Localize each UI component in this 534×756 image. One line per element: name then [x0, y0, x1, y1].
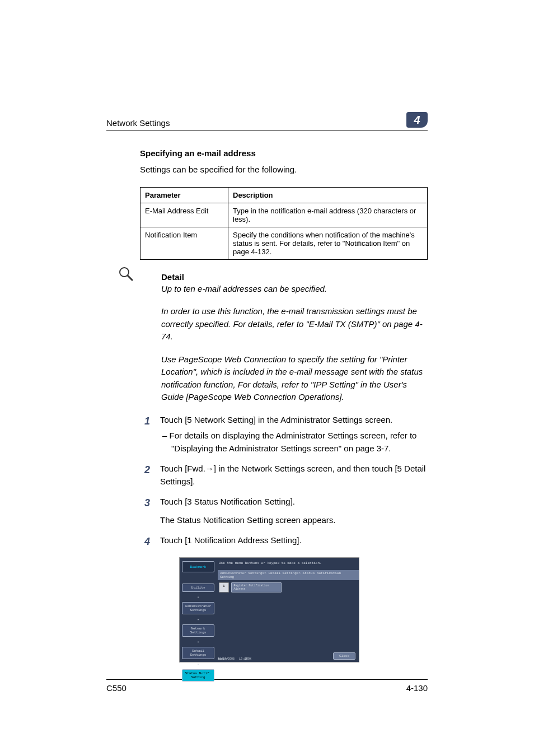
table-row: E-Mail Address Edit Type in the notifica… — [140, 203, 428, 227]
cell-param: Notification Item — [140, 227, 228, 259]
step-number: 3 — [140, 496, 150, 526]
step-1: 1 Touch [5 Network Setting] in the Admin… — [140, 414, 428, 455]
chapter-number-badge: 4 — [406, 112, 428, 128]
cell-param: E-Mail Address Edit — [140, 203, 228, 227]
step-2: 2 Touch [Fwd.→] in the Network Settings … — [140, 463, 428, 488]
step-4: 4 Touch [1 Notification Address Setting]… — [140, 534, 428, 549]
status-memory-value: 100% — [245, 657, 251, 661]
sidebar-status-notif[interactable]: Status Notif. Setting — [182, 669, 214, 682]
detail-heading: Detail — [140, 272, 428, 282]
parameter-table: Parameter Description E-Mail Address Edi… — [140, 187, 428, 260]
step-text: Touch [3 Status Notification Setting]. — [160, 496, 428, 508]
table-head-parameter: Parameter — [140, 187, 228, 203]
option-number[interactable]: 1 — [219, 582, 229, 592]
device-screenshot: Use the menu buttons or keypad to make a… — [179, 557, 359, 662]
step-text: Touch [5 Network Setting] in the Adminis… — [160, 414, 428, 427]
detail-paragraph: In order to use this function, the e-mai… — [140, 305, 428, 343]
footer-model: C550 — [106, 683, 127, 693]
sidebar-detail-settings[interactable]: Detail Settings — [182, 647, 214, 659]
screenshot-hint: Use the menu buttons or keypad to make a… — [219, 561, 322, 565]
chevron-down-icon: ▾ — [182, 640, 214, 643]
svg-line-1 — [128, 276, 132, 280]
step-number: 4 — [140, 534, 150, 549]
bookmark-tab[interactable]: Bookmark — [182, 561, 214, 572]
step-text: Touch [Fwd.→] in the Network Settings sc… — [160, 463, 428, 488]
footer-page-number: 4-130 — [406, 683, 428, 693]
cell-desc: Type in the notification e-mail address … — [228, 203, 428, 227]
detail-paragraph: Up to ten e-mail addresses can be specif… — [140, 283, 428, 296]
section-label: Network Settings — [106, 118, 170, 128]
magnifier-icon — [118, 265, 134, 286]
sidebar-network-settings[interactable]: Network Settings — [182, 624, 214, 637]
table-row: Notification Item Specify the conditions… — [140, 227, 428, 259]
detail-paragraph: Use PageScope Web Connection to specify … — [140, 353, 428, 404]
close-button[interactable]: Close — [333, 652, 355, 660]
screenshot-sidebar: Bookmark Utility ▾ Administrator Setting… — [182, 561, 214, 682]
sidebar-admin-settings[interactable]: Administrator Settings — [182, 602, 214, 614]
table-head-description: Description — [228, 187, 428, 203]
screenshot-option-row: 1 Register Notification Address — [219, 582, 282, 592]
status-memory-label: Memory — [218, 657, 228, 661]
page-header: Network Settings 4 — [106, 112, 428, 130]
step-number: 2 — [140, 463, 150, 488]
chevron-down-icon: ▾ — [182, 618, 214, 621]
sidebar-utility[interactable]: Utility — [182, 584, 214, 592]
step-subtext: – For details on displaying the Administ… — [160, 430, 428, 455]
page-footer: C550 4-130 — [106, 679, 428, 693]
step-result: The Status Notification Setting screen a… — [160, 514, 428, 527]
chevron-down-icon: ▾ — [182, 662, 214, 666]
screenshot-breadcrumb: Administrator Settings> Detail Settings>… — [218, 570, 359, 580]
option-label[interactable]: Register Notification Address — [231, 582, 282, 592]
chevron-down-icon: ▾ — [182, 595, 214, 599]
step-number: 1 — [140, 414, 150, 455]
step-text: Touch [1 Notification Address Setting]. — [160, 534, 428, 547]
intro-text: Settings can be specified for the follow… — [140, 164, 428, 176]
section-title: Specifying an e-mail address — [140, 148, 428, 158]
cell-desc: Specify the conditions when notification… — [228, 227, 428, 259]
step-3: 3 Touch [3 Status Notification Setting].… — [140, 496, 428, 526]
